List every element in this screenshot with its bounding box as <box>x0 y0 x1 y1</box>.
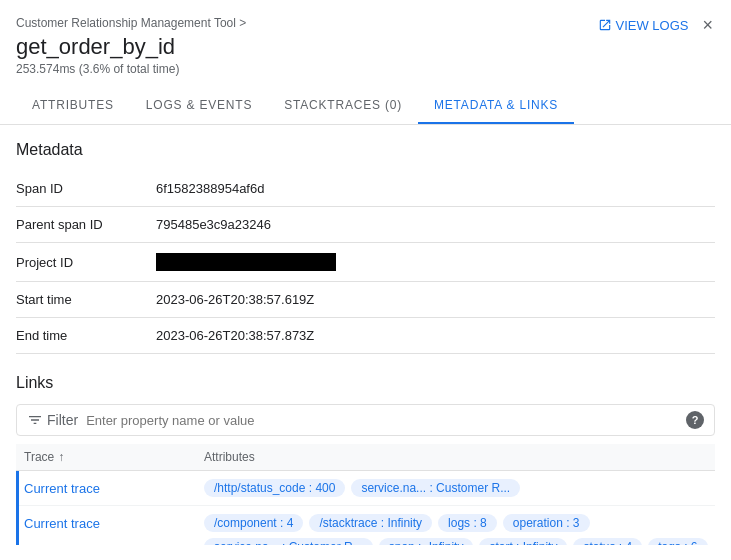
panel: Customer Relationship Management Tool > … <box>0 0 731 545</box>
attr-chip: span : -Infinity <box>379 538 474 545</box>
tab-bar: ATTRIBUTES LOGS & EVENTS STACKTRACES (0)… <box>0 88 731 125</box>
links-table-header: Trace ↑ Attributes <box>16 444 715 471</box>
link-row-wrapper-2: Current trace /component : 4 /stacktrace… <box>16 506 715 545</box>
filter-label: Filter <box>47 412 78 428</box>
attr-chip: /component : 4 <box>204 514 303 532</box>
left-border-1 <box>16 471 19 506</box>
trace-column-header: Trace ↑ <box>16 450 196 464</box>
attr-chip: tags : 6 <box>648 538 707 545</box>
metadata-row-span-id: Span ID 6f1582388954af6d <box>16 171 715 207</box>
attr-chip: operation : 3 <box>503 514 590 532</box>
external-link-icon <box>598 18 612 32</box>
view-logs-button[interactable]: VIEW LOGS <box>598 18 689 33</box>
metadata-key-parent-span-id: Parent span ID <box>16 207 156 243</box>
link-trace-1: Current trace <box>16 479 196 496</box>
link-attrs-2: /component : 4 /stacktrace : Infinity lo… <box>196 514 715 545</box>
tab-stacktraces[interactable]: STACKTRACES (0) <box>268 88 418 124</box>
links-section: Links Filter ? Trace ↑ Attributes <box>16 374 715 545</box>
metadata-table: Span ID 6f1582388954af6d Parent span ID … <box>16 171 715 354</box>
metadata-value-end-time: 2023-06-26T20:38:57.873Z <box>156 318 715 354</box>
link-trace-2: Current trace <box>16 514 196 531</box>
metadata-key-project-id: Project ID <box>16 243 156 282</box>
links-section-title: Links <box>16 374 715 392</box>
panel-header: Customer Relationship Management Tool > … <box>0 0 731 76</box>
left-border-2 <box>16 506 19 545</box>
filter-bar: Filter ? <box>16 404 715 436</box>
current-trace-link-2[interactable]: Current trace <box>24 516 100 531</box>
tab-logs-events[interactable]: LOGS & EVENTS <box>130 88 268 124</box>
metadata-row-project-id: Project ID <box>16 243 715 282</box>
metadata-value-parent-span-id: 795485e3c9a23246 <box>156 207 715 243</box>
metadata-section: Metadata Span ID 6f1582388954af6d Parent… <box>16 141 715 354</box>
metadata-row-end-time: End time 2023-06-26T20:38:57.873Z <box>16 318 715 354</box>
metadata-value-project-id <box>156 243 715 282</box>
link-row-1: Current trace /http/status_code : 400 se… <box>16 471 715 506</box>
subtitle: 253.574ms (3.6% of total time) <box>16 62 715 76</box>
metadata-value-start-time: 2023-06-26T20:38:57.619Z <box>156 282 715 318</box>
metadata-row-parent-span-id: Parent span ID 795485e3c9a23246 <box>16 207 715 243</box>
metadata-key-span-id: Span ID <box>16 171 156 207</box>
filter-input[interactable] <box>86 413 678 428</box>
current-trace-link-1[interactable]: Current trace <box>24 481 100 496</box>
page-title: get_order_by_id <box>16 34 715 60</box>
link-attrs-1: /http/status_code : 400 service.na... : … <box>196 479 715 497</box>
metadata-key-end-time: End time <box>16 318 156 354</box>
attr-chip: service.na... : Customer R... <box>204 538 373 545</box>
sort-icon: ↑ <box>58 450 64 464</box>
attr-chip: /http/status_code : 400 <box>204 479 345 497</box>
metadata-row-start-time: Start time 2023-06-26T20:38:57.619Z <box>16 282 715 318</box>
attr-chip: service.na... : Customer R... <box>351 479 520 497</box>
attr-chip: logs : 8 <box>438 514 497 532</box>
link-row-2: Current trace /component : 4 /stacktrace… <box>16 506 715 545</box>
metadata-section-title: Metadata <box>16 141 715 159</box>
attr-chip: /stacktrace : Infinity <box>309 514 432 532</box>
attributes-column-header: Attributes <box>196 450 715 464</box>
tab-metadata-links[interactable]: METADATA & LINKS <box>418 88 574 124</box>
help-icon[interactable]: ? <box>686 411 704 429</box>
content-area: Metadata Span ID 6f1582388954af6d Parent… <box>0 125 731 545</box>
attr-chip: start : Infinity <box>479 538 567 545</box>
header-actions: VIEW LOGS × <box>598 14 715 36</box>
metadata-key-start-time: Start time <box>16 282 156 318</box>
attr-chip: status : 4 <box>573 538 642 545</box>
close-button[interactable]: × <box>700 14 715 36</box>
filter-icon: Filter <box>27 412 78 428</box>
link-row-wrapper-1: Current trace /http/status_code : 400 se… <box>16 471 715 506</box>
redacted-value <box>156 253 336 271</box>
tab-attributes[interactable]: ATTRIBUTES <box>16 88 130 124</box>
metadata-value-span-id: 6f1582388954af6d <box>156 171 715 207</box>
